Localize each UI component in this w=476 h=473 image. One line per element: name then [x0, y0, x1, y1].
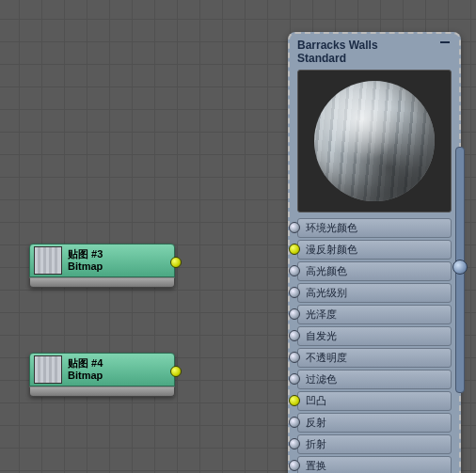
minimize-icon[interactable] [440, 41, 450, 43]
input-port[interactable] [289, 395, 300, 406]
material-preview[interactable] [297, 70, 452, 213]
material-panel[interactable]: Barracks Walls Standard 环境光颜色漫反射颜色高光颜色高光… [288, 32, 461, 473]
material-slot[interactable]: 高光颜色 [297, 261, 452, 281]
slot-label: 高光级别 [306, 286, 347, 300]
material-slot[interactable]: 凹凸 [297, 391, 452, 411]
input-port[interactable] [289, 417, 300, 428]
node-body[interactable]: 贴图 #3 Bitmap [29, 244, 175, 277]
material-slot[interactable]: 环境光颜色 [297, 218, 452, 238]
material-slot[interactable]: 漫反射颜色 [297, 240, 452, 260]
input-port[interactable] [289, 287, 300, 298]
output-port[interactable] [170, 257, 182, 268]
input-port[interactable] [289, 352, 300, 363]
node-body[interactable]: 贴图 #4 Bitmap [29, 353, 175, 386]
map-node-2[interactable]: 贴图 #4 Bitmap [29, 353, 175, 397]
slot-label: 自发光 [306, 329, 337, 343]
material-slot[interactable]: 自发光 [297, 326, 452, 346]
material-name: Barracks Walls [297, 39, 452, 52]
material-slot[interactable]: 高光级别 [297, 283, 452, 303]
node-type: Bitmap [68, 370, 103, 382]
material-slot[interactable]: 置换 [297, 456, 452, 473]
node-title: 贴图 #3 [68, 248, 103, 260]
map-node-1[interactable]: 贴图 #3 Bitmap [29, 244, 175, 288]
slot-label: 反射 [306, 416, 326, 430]
slot-label: 漫反射颜色 [306, 243, 357, 257]
material-slot[interactable]: 折射 [297, 434, 452, 454]
material-slot[interactable]: 过滤色 [297, 370, 452, 389]
input-port[interactable] [289, 438, 300, 449]
bitmap-thumbnail-icon [34, 246, 62, 275]
slot-label: 凹凸 [306, 394, 326, 408]
material-slot[interactable]: 反射 [297, 413, 452, 433]
preview-sphere [314, 81, 435, 201]
material-slot[interactable]: 不透明度 [297, 348, 452, 368]
input-port[interactable] [289, 330, 300, 341]
input-port[interactable] [289, 244, 300, 255]
panel-scroll-handle[interactable] [452, 260, 468, 275]
node-type: Bitmap [68, 260, 103, 273]
input-port[interactable] [289, 222, 300, 233]
slot-label: 不透明度 [306, 351, 347, 365]
node-title: 贴图 #4 [68, 357, 103, 370]
slot-label: 高光颜色 [306, 264, 347, 278]
material-slot[interactable]: 光泽度 [297, 305, 452, 324]
material-slots: 环境光颜色漫反射颜色高光颜色高光级别光泽度自发光不透明度过滤色凹凸反射折射置换 [290, 218, 459, 473]
bitmap-thumbnail-icon [34, 355, 62, 384]
slot-label: 过滤色 [306, 372, 337, 386]
material-header[interactable]: Barracks Walls Standard [290, 34, 459, 68]
input-port[interactable] [289, 460, 300, 471]
slot-label: 光泽度 [306, 307, 337, 322]
slot-label: 折射 [306, 437, 326, 451]
node-editor-canvas[interactable]: 贴图 #3 Bitmap 贴图 #4 Bitmap Barracks Walls… [0, 0, 476, 473]
output-port[interactable] [170, 366, 182, 377]
slot-label: 置换 [306, 459, 326, 473]
input-port[interactable] [289, 373, 300, 385]
node-base [29, 277, 175, 288]
input-port[interactable] [289, 308, 300, 320]
node-base [29, 386, 175, 397]
input-port[interactable] [289, 265, 300, 276]
material-type: Standard [297, 52, 452, 65]
slot-label: 环境光颜色 [306, 221, 357, 235]
